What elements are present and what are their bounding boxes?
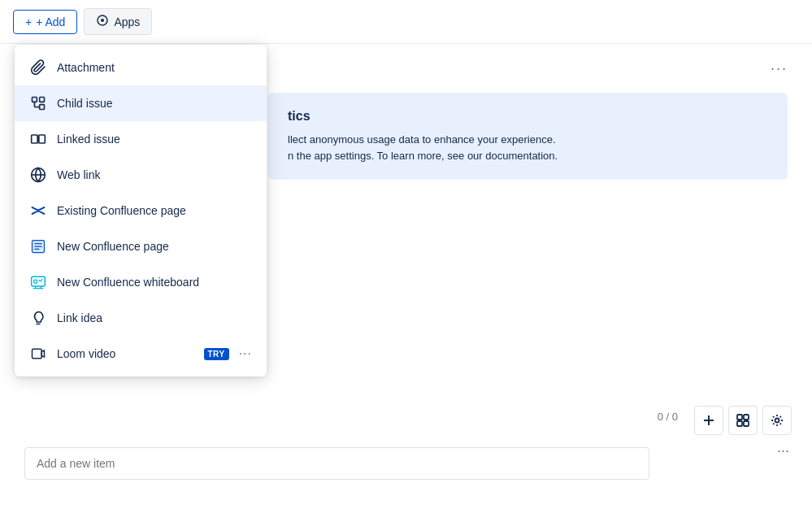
grid-action-button[interactable]	[728, 406, 758, 435]
svg-rect-7	[32, 135, 38, 143]
confluence-page-label: Existing Confluence page	[57, 204, 252, 217]
more-options-top[interactable]: ···	[771, 60, 788, 77]
info-card-title: tics	[288, 109, 768, 124]
child-issue-icon	[29, 94, 47, 112]
svg-rect-22	[33, 349, 42, 359]
add-item-input[interactable]	[24, 447, 649, 480]
info-card: tics llect anonymous usage data to enhan…	[268, 93, 788, 180]
menu-item-whiteboard[interactable]: New Confluence whiteboard	[15, 264, 267, 300]
settings-action-button[interactable]	[762, 406, 792, 435]
loom-icon	[29, 345, 47, 363]
new-confluence-label: New Confluence page	[57, 240, 252, 253]
toolbar: + + Add Apps	[0, 0, 812, 44]
web-link-label: Web link	[57, 168, 252, 181]
new-confluence-icon	[29, 237, 47, 255]
apps-button[interactable]: Apps	[84, 8, 152, 35]
svg-rect-25	[737, 415, 742, 420]
more-options-bottom[interactable]: ···	[777, 442, 789, 459]
svg-rect-2	[33, 98, 37, 102]
globe-icon	[29, 166, 47, 184]
confluence-icon	[29, 202, 47, 220]
linked-issue-label: Linked issue	[57, 133, 252, 146]
add-label: + Add	[36, 15, 65, 28]
svg-point-29	[775, 419, 779, 423]
attachment-label: Attachment	[57, 61, 252, 74]
bulb-icon	[29, 309, 47, 327]
whiteboard-icon	[29, 273, 47, 291]
dropdown-menu: Attachment Child issue Linked issue	[15, 45, 267, 376]
menu-item-attachment[interactable]: Attachment	[15, 50, 267, 85]
loom-more-icon[interactable]: ···	[239, 346, 252, 361]
svg-rect-4	[40, 98, 45, 102]
menu-item-loom-video[interactable]: Loom video TRY ···	[15, 336, 267, 372]
paperclip-icon	[29, 59, 47, 76]
counter: 0 / 0	[658, 411, 678, 423]
svg-rect-27	[737, 421, 742, 426]
linked-issue-icon	[29, 130, 47, 148]
child-issue-label: Child issue	[57, 97, 252, 110]
plus-icon: +	[25, 15, 32, 28]
apps-label: Apps	[114, 15, 140, 28]
apps-icon	[96, 14, 109, 29]
whiteboard-label: New Confluence whiteboard	[57, 276, 252, 289]
menu-item-new-confluence[interactable]: New Confluence page	[15, 228, 267, 264]
info-card-text1: llect anonymous usage data to enhance yo…	[288, 132, 768, 148]
menu-item-confluence-page[interactable]: Existing Confluence page	[15, 193, 267, 228]
svg-rect-3	[40, 105, 45, 110]
svg-point-18	[34, 280, 37, 283]
menu-item-child-issue[interactable]: Child issue	[15, 85, 267, 121]
bottom-action-buttons	[694, 406, 792, 435]
menu-item-link-idea[interactable]: Link idea	[15, 300, 267, 336]
menu-item-web-link[interactable]: Web link	[15, 157, 267, 193]
menu-item-linked-issue[interactable]: Linked issue	[15, 121, 267, 157]
link-idea-label: Link idea	[57, 311, 252, 324]
svg-rect-26	[744, 415, 749, 420]
loom-video-label: Loom video	[57, 347, 194, 360]
svg-point-1	[101, 19, 104, 22]
add-action-button[interactable]	[694, 406, 723, 435]
info-card-text2: n the app settings. To learn more, see o…	[288, 148, 768, 164]
try-badge: TRY	[204, 348, 229, 360]
svg-rect-28	[744, 421, 749, 426]
add-button[interactable]: + + Add	[13, 10, 77, 34]
svg-rect-8	[39, 135, 46, 143]
